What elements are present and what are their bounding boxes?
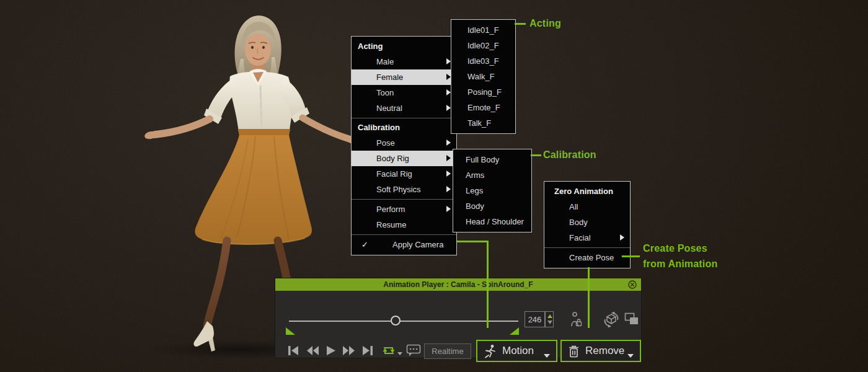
animation-player-panel: Animation Player : Camila - SpinAround_F — [275, 278, 642, 358]
submenu-arrow-icon — [620, 234, 624, 241]
speech-bubble-icon[interactable] — [406, 344, 421, 357]
frame-spinner[interactable] — [545, 311, 554, 327]
menu-item-arms[interactable]: Arms — [453, 167, 531, 183]
menu-item-label: Create Pose — [569, 253, 614, 262]
menu-item-facial-rig[interactable]: Facial Rig — [352, 166, 456, 182]
spinner-up-icon[interactable] — [547, 314, 552, 318]
menu-item-zero-body[interactable]: Body — [544, 215, 630, 230]
menu-separator — [352, 118, 456, 118]
menu-item-label: Body — [466, 202, 484, 211]
menu-item-soft-physics[interactable]: Soft Physics — [352, 182, 456, 197]
cube-rotate-icon[interactable] — [603, 312, 619, 327]
menu-item-label: Emote_F — [467, 103, 500, 112]
menu-separator — [352, 234, 456, 235]
annotation-create-poses-line2: from Animation — [643, 259, 717, 270]
menu-item-label: Neutral — [376, 104, 402, 113]
menu-item-label: Facial Rig — [376, 169, 412, 179]
menu-item-label: Male — [376, 57, 394, 66]
menu-item-idle03[interactable]: Idle03_F — [451, 53, 515, 69]
menu-separator — [544, 247, 630, 248]
timeline-track[interactable] — [289, 321, 518, 322]
skip-to-start-icon[interactable] — [288, 345, 299, 356]
remove-dropdown-caret-icon — [627, 354, 634, 358]
motion-button[interactable]: Motion — [476, 340, 557, 362]
menu-item-head-shoulder[interactable]: Head / Shoulder — [453, 214, 531, 229]
context-menu-main: Acting Male Female Toon Neutral Calibrat… — [351, 36, 457, 255]
menu-item-pose[interactable]: Pose — [352, 135, 456, 151]
menu-item-idle01[interactable]: Idle01_F — [451, 22, 515, 38]
submenu-arrow-icon — [446, 186, 451, 192]
menu-item-legs[interactable]: Legs — [453, 183, 531, 198]
fast-forward-icon[interactable] — [342, 345, 355, 356]
menu-item-all[interactable]: All — [544, 199, 630, 215]
loop-playback-icon[interactable] — [381, 345, 397, 356]
menu-item-walk[interactable]: Walk_F — [451, 69, 515, 84]
running-person-icon — [484, 344, 497, 358]
submenu-acting-motions: Idle01_F Idle02_F Idle03_F Walk_F Posing… — [451, 19, 516, 134]
character-lock-icon[interactable] — [570, 311, 582, 328]
menu-item-label: Perform — [376, 205, 405, 214]
loop-options-caret-icon[interactable] — [397, 352, 402, 355]
realtime-button[interactable]: Realtime — [424, 343, 471, 359]
rewind-icon[interactable] — [306, 345, 319, 356]
menu-item-label: Toon — [376, 88, 394, 97]
menu-item-full-body[interactable]: Full Body — [453, 152, 531, 167]
menu-item-resume[interactable]: Resume — [352, 217, 456, 232]
menu-item-label: Facial — [569, 233, 591, 242]
play-icon[interactable] — [326, 345, 336, 356]
menu-item-facial[interactable]: Facial — [544, 230, 630, 246]
menu-item-apply-camera[interactable]: ✓ Apply Camera — [352, 237, 456, 252]
frame-number-input[interactable] — [525, 311, 545, 327]
submenu-arrow-icon — [446, 140, 451, 146]
menu-zero-animation: Zero Animation All Body Facial Create Po… — [544, 181, 631, 268]
menu-item-create-pose[interactable]: Create Pose — [544, 250, 630, 265]
animation-player-title: Animation Player : Camila - SpinAround_F — [383, 280, 533, 289]
connector-create-pose — [622, 255, 640, 257]
menu-item-emote[interactable]: Emote_F — [451, 100, 515, 115]
connector-calibration — [531, 154, 541, 156]
menu-item-label: Soft Physics — [376, 185, 421, 194]
menu-item-label: Resume — [376, 220, 406, 229]
duplicate-layers-icon[interactable] — [624, 312, 639, 326]
menu-item-label: Arms — [466, 170, 484, 180]
menu-item-label: Apply Camera — [392, 240, 443, 249]
character-leg-front — [207, 241, 227, 326]
menu-section-calibration: Calibration — [352, 120, 456, 135]
annotation-calibration: Calibration — [543, 149, 596, 161]
close-icon[interactable] — [628, 280, 637, 289]
animation-player-body: Realtime Motion Remove — [275, 291, 641, 358]
menu-item-neutral[interactable]: Neutral — [352, 100, 456, 116]
play-range-start-marker — [286, 327, 295, 335]
timeline-handle[interactable] — [391, 316, 401, 326]
submenu-arrow-icon — [446, 105, 451, 111]
menu-item-toon[interactable]: Toon — [352, 85, 456, 100]
character-forearm-left — [155, 119, 210, 135]
annotation-create-poses-line1: Create Poses — [643, 243, 707, 254]
submenu-arrow-icon — [446, 206, 451, 212]
menu-item-label: Idle01_F — [467, 25, 499, 35]
menu-item-talk[interactable]: Talk_F — [451, 115, 515, 131]
menu-item-idle02[interactable]: Idle02_F — [451, 38, 515, 53]
menu-item-male[interactable]: Male — [352, 54, 456, 69]
animation-player-titlebar: Animation Player : Camila - SpinAround_F — [275, 278, 641, 291]
remove-label: Remove — [585, 345, 624, 357]
menu-item-posing[interactable]: Posing_F — [451, 84, 515, 100]
menu-item-label: Legs — [466, 186, 483, 195]
submenu-arrow-icon — [446, 170, 451, 177]
menu-item-label: Head / Shoulder — [466, 217, 524, 226]
menu-separator — [352, 199, 456, 200]
menu-item-female[interactable]: Female — [352, 69, 456, 85]
application-viewport: Acting Male Female Toon Neutral Calibrat… — [0, 0, 868, 372]
menu-item-label: Idle02_F — [467, 41, 499, 50]
character-eye-left — [251, 46, 254, 49]
menu-item-label: Talk_F — [467, 118, 491, 128]
menu-item-label: Posing_F — [467, 87, 502, 97]
menu-item-perform[interactable]: Perform — [352, 202, 456, 217]
menu-item-label: Full Body — [466, 155, 499, 164]
remove-button[interactable]: Remove — [560, 340, 641, 362]
menu-item-body[interactable]: Body — [453, 198, 531, 214]
menu-item-label: Female — [376, 73, 403, 82]
skip-to-end-icon[interactable] — [362, 345, 373, 356]
spinner-down-icon[interactable] — [547, 321, 552, 324]
menu-item-body-rig[interactable]: Body Rig — [352, 151, 456, 166]
